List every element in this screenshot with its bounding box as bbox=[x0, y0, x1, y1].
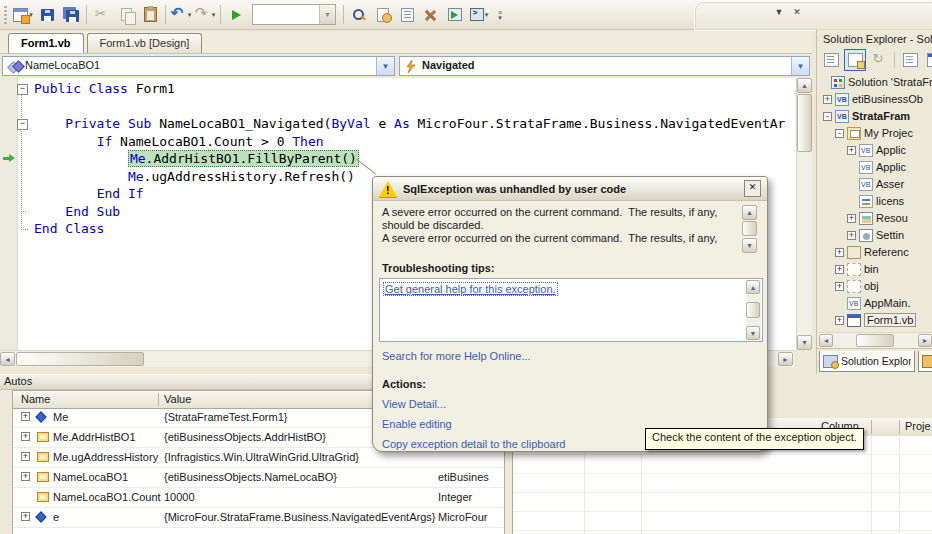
expander-icon[interactable]: + bbox=[21, 472, 30, 481]
column-resizer[interactable] bbox=[158, 393, 159, 406]
tree-item-resou[interactable]: +Resou bbox=[817, 211, 932, 227]
close-icon[interactable]: ✕ bbox=[744, 180, 761, 197]
tree-item-solution-stratafr[interactable]: Solution 'StrataFr bbox=[817, 75, 932, 91]
column-header-name[interactable]: Name bbox=[21, 393, 50, 405]
column-header-value[interactable]: Value bbox=[164, 393, 191, 405]
save-button[interactable] bbox=[36, 4, 58, 26]
view-designer-button[interactable] bbox=[923, 49, 932, 71]
view-code-button[interactable] bbox=[899, 49, 921, 71]
copy-exception-detail-link[interactable]: Copy exception detail to the clipboard bbox=[382, 438, 565, 450]
tree-item-form1-vb[interactable]: +Form1.vb bbox=[817, 313, 932, 329]
scroll-left-icon[interactable]: ◄ bbox=[819, 334, 833, 347]
collapse-region-icon[interactable]: − bbox=[17, 119, 28, 130]
tab-solution-explorer[interactable]: Solution Explorer bbox=[819, 351, 915, 372]
code-line[interactable]: If NameLocaBO1.Count > 0 Then bbox=[34, 133, 792, 151]
column-resizer[interactable] bbox=[899, 420, 900, 434]
show-all-files-button[interactable] bbox=[844, 49, 866, 71]
expander-icon[interactable]: + bbox=[835, 316, 844, 325]
code-line[interactable]: Private Sub NameLocaBO1_Navigated(ByVal … bbox=[34, 115, 792, 133]
member-combo[interactable]: Navigated ▼ bbox=[399, 56, 810, 76]
class-combo[interactable]: NameLocaBO1 ▼ bbox=[2, 56, 395, 76]
scroll-thumb[interactable] bbox=[746, 302, 760, 318]
toolbar-find-combo[interactable]: ▼ bbox=[252, 4, 336, 25]
autos-row[interactable]: +e{MicroFour.StrataFrame.Business.Naviga… bbox=[13, 508, 504, 528]
scroll-down-icon[interactable]: ▼ bbox=[797, 335, 812, 350]
scroll-right-icon[interactable]: ► bbox=[918, 334, 932, 347]
command-window-button[interactable]: ▾ bbox=[468, 4, 490, 26]
collapse-region-icon[interactable]: − bbox=[17, 84, 28, 95]
find-symbol-button[interactable] bbox=[348, 4, 370, 26]
scroll-thumb[interactable] bbox=[742, 221, 757, 236]
chevron-down-icon[interactable]: ▼ bbox=[376, 57, 394, 75]
code-line[interactable]: Me.AddrHistBO1.FillByParent() bbox=[34, 150, 792, 168]
tree-item-licens[interactable]: licens bbox=[817, 194, 932, 210]
enable-editing-link[interactable]: Enable editing bbox=[382, 418, 452, 430]
add-item-button[interactable]: ▾ bbox=[12, 4, 34, 26]
undo-button[interactable]: ▾ bbox=[170, 4, 192, 26]
expander-icon[interactable]: + bbox=[21, 432, 30, 441]
expander-icon[interactable]: + bbox=[823, 95, 832, 104]
code-line[interactable]: Public Class Form1 bbox=[34, 80, 792, 98]
editor-vertical-scrollbar[interactable]: ▲ ▼ bbox=[796, 78, 812, 350]
redo-button[interactable]: ▾ bbox=[194, 4, 216, 26]
column-header-project[interactable]: Proje bbox=[905, 420, 931, 432]
property-pages-button[interactable] bbox=[396, 4, 418, 26]
scroll-thumb[interactable] bbox=[856, 334, 894, 347]
general-help-link[interactable]: Get general help for this exception. bbox=[383, 282, 558, 296]
scroll-left-icon[interactable]: ◄ bbox=[0, 352, 15, 366]
scroll-up-icon[interactable]: ▲ bbox=[797, 78, 812, 93]
tree-item-asser[interactable]: Asser bbox=[817, 177, 932, 193]
tab-form1-vb-design[interactable]: Form1.vb [Design] bbox=[87, 33, 203, 53]
start-button[interactable] bbox=[225, 4, 247, 26]
tree-item-etibusinessob[interactable]: +etiBusinessOb bbox=[817, 92, 932, 108]
copy-button[interactable] bbox=[115, 4, 137, 26]
scroll-down-icon[interactable]: ▼ bbox=[746, 326, 760, 340]
expander-icon[interactable]: + bbox=[21, 412, 30, 421]
expander-icon[interactable]: + bbox=[21, 512, 30, 521]
tree-item-settin[interactable]: +Settin bbox=[817, 228, 932, 244]
expander-icon[interactable]: + bbox=[835, 265, 844, 274]
paste-button[interactable] bbox=[139, 4, 161, 26]
chevron-down-icon[interactable]: ▾ bbox=[188, 11, 192, 19]
expander-icon[interactable]: + bbox=[21, 452, 30, 461]
tree-item-obj[interactable]: +obj bbox=[817, 279, 932, 295]
view-detail-link[interactable]: View Detail... bbox=[382, 398, 446, 410]
scroll-thumb[interactable] bbox=[16, 352, 144, 366]
search-help-online-link[interactable]: Search for more Help Online... bbox=[382, 350, 531, 362]
tree-item-referenc[interactable]: +Referenc bbox=[817, 245, 932, 261]
autos-row[interactable]: NameLocaBO1.Count10000Integer bbox=[13, 488, 504, 508]
expander-icon[interactable]: + bbox=[835, 282, 844, 291]
tab-form1-vb[interactable]: Form1.vb bbox=[8, 33, 84, 53]
chevron-down-icon[interactable]: ▾ bbox=[485, 11, 489, 19]
expander-icon[interactable]: - bbox=[823, 112, 832, 121]
tab-list-dropdown-icon[interactable]: ▼ bbox=[772, 6, 786, 20]
refresh-button[interactable] bbox=[868, 49, 890, 71]
tree-item-stratafram[interactable]: -StrataFram bbox=[817, 109, 932, 125]
indicator-margin[interactable] bbox=[0, 78, 18, 350]
tips-scrollbar[interactable]: ▲ ▼ bbox=[746, 280, 761, 340]
close-document-icon[interactable]: ✕ bbox=[790, 6, 804, 20]
tree-item-my-projec[interactable]: -My Projec bbox=[817, 126, 932, 142]
tree-item-appmain[interactable]: AppMain. bbox=[817, 296, 932, 312]
tab-properties[interactable] bbox=[918, 351, 932, 372]
properties-button[interactable] bbox=[820, 49, 842, 71]
step-into-button[interactable] bbox=[444, 4, 466, 26]
chevron-down-icon[interactable]: ▼ bbox=[791, 57, 809, 75]
expander-icon[interactable]: + bbox=[847, 146, 856, 155]
scroll-down-icon[interactable]: ▼ bbox=[742, 238, 757, 253]
tree-item-applic[interactable]: Applic bbox=[817, 160, 932, 176]
scroll-thumb[interactable] bbox=[797, 94, 812, 152]
scroll-up-icon[interactable]: ▲ bbox=[742, 205, 757, 220]
chevron-down-icon[interactable]: ▼ bbox=[319, 5, 335, 24]
message-scrollbar[interactable]: ▲ ▼ bbox=[742, 205, 757, 253]
cut-button[interactable] bbox=[91, 4, 113, 26]
column-resizer[interactable] bbox=[871, 420, 872, 434]
scroll-up-icon[interactable]: ▲ bbox=[746, 280, 760, 294]
find-in-files-button[interactable] bbox=[372, 4, 394, 26]
save-all-button[interactable] bbox=[60, 4, 82, 26]
tree-item-applic[interactable]: +Applic bbox=[817, 143, 932, 159]
autos-row[interactable]: +NameLocaBO1{etiBusinessObjects.NameLoca… bbox=[13, 468, 504, 488]
expander-icon[interactable]: + bbox=[835, 248, 844, 257]
expander-icon[interactable]: + bbox=[847, 231, 856, 240]
chevron-down-icon[interactable]: ▾ bbox=[212, 11, 216, 19]
